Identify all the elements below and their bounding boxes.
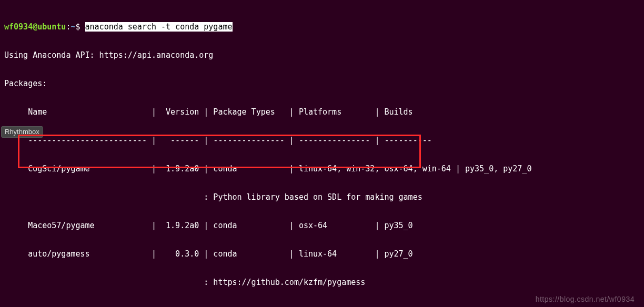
table-row: Maceo57/pygame | 1.9.2a0 | conda | osx-6… [4, 221, 640, 230]
packages-label: Packages: [4, 79, 640, 88]
prompt-host: ubuntu [37, 22, 66, 32]
table-separator: ------------------------- | ------ | ---… [4, 136, 640, 145]
watermark-text: https://blog.csdn.net/wf0934 [536, 294, 635, 304]
terminal-window[interactable]: wf0934@ubuntu:~$ anaconda search -t cond… [0, 0, 644, 307]
api-line: Using Anaconda API: https://api.anaconda… [4, 50, 640, 60]
table-row: auto/pygamess | 0.3.0 | conda | linux-64… [4, 249, 640, 259]
command-text[interactable]: anaconda search -t conda pygame [85, 22, 233, 32]
prompt-sigil: $ [75, 22, 85, 32]
table-header: Name | Version | Package Types | Platfor… [4, 107, 640, 117]
prompt-user: wf0934 [4, 22, 33, 32]
table-row: : https://github.com/kzfm/pygamess [4, 278, 640, 287]
prompt-line[interactable]: wf0934@ubuntu:~$ anaconda search -t cond… [4, 22, 640, 32]
prompt-at: @ [33, 22, 37, 32]
os-tooltip: Rhythmbox [1, 126, 43, 138]
table-row: CogSci/pygame | 1.9.2a0 | conda | linux-… [4, 164, 640, 173]
table-row: : Python library based on SDL for making… [4, 192, 640, 202]
